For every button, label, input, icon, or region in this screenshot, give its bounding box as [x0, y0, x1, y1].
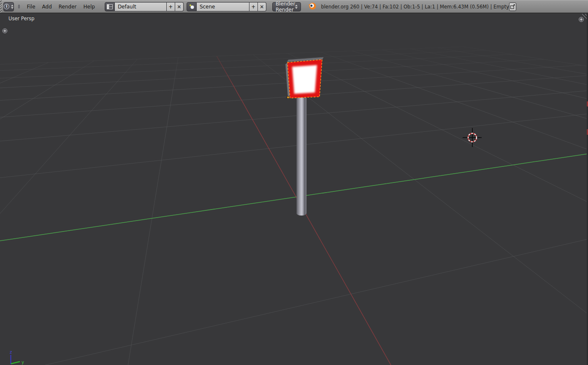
gizmo-z-label: z	[10, 350, 12, 354]
menu-bar: File Add Render Help	[23, 2, 98, 11]
blender-logo	[308, 2, 317, 11]
scene-statistics: blender.org 260 | Ve:74 | Fa:102 | Ob:1-…	[321, 4, 509, 10]
viewport-scene[interactable]: z y User Persp	[0, 14, 588, 365]
viewport-3d[interactable]: z y User Persp	[0, 14, 588, 365]
remove-layout-button[interactable]: ×	[175, 2, 184, 11]
menus-collapse-toggle[interactable]	[18, 5, 20, 8]
screen-layout-icon[interactable]	[105, 2, 115, 11]
screen-layout-group: Default + ×	[105, 2, 184, 11]
remove-scene-button[interactable]: ×	[258, 2, 266, 11]
add-layout-button[interactable]: +	[167, 2, 175, 11]
editor-type-selector[interactable]: i	[3, 2, 14, 11]
cursor-3d[interactable]	[463, 128, 482, 147]
blender-window: i File Add Render Help Default + ×	[0, 0, 588, 365]
menu-add[interactable]: Add	[39, 2, 55, 11]
gizmo-y-label: y	[22, 360, 24, 365]
add-scene-button[interactable]: +	[249, 2, 258, 11]
view-name-label: User Persp	[8, 16, 35, 22]
render-engine-select[interactable]: Blender Render	[272, 2, 301, 11]
duplicate-window-icon[interactable]	[509, 3, 516, 11]
render-engine-value: Blender Render	[276, 1, 295, 13]
window-corner-grip[interactable]	[0, 0, 2, 13]
editor-selector-spinner-icon	[11, 5, 14, 9]
menu-help[interactable]: Help	[80, 2, 98, 11]
gizmo-y-axis	[11, 362, 20, 364]
info-editor-icon: i	[4, 4, 9, 9]
menu-file[interactable]: File	[23, 2, 38, 11]
scene-icon[interactable]	[187, 2, 197, 11]
sign-white-panel	[292, 65, 317, 94]
object-origin-dot	[287, 96, 289, 98]
properties-expand-plus-icon[interactable]	[579, 17, 584, 22]
scene-field[interactable]: Scene	[197, 2, 249, 11]
info-header-bar: i File Add Render Help Default + ×	[0, 0, 588, 13]
scene-group: Scene + ×	[187, 2, 266, 11]
engine-spinner-icon	[295, 5, 298, 9]
sign-post-pole[interactable]	[297, 98, 307, 215]
sign-board[interactable]	[285, 57, 324, 99]
toolshelf-expand-plus-icon[interactable]	[3, 29, 7, 33]
screen-layout-field[interactable]: Default	[115, 2, 167, 11]
menu-render[interactable]: Render	[55, 2, 80, 11]
mini-axis-gizmo: z y	[10, 350, 24, 365]
